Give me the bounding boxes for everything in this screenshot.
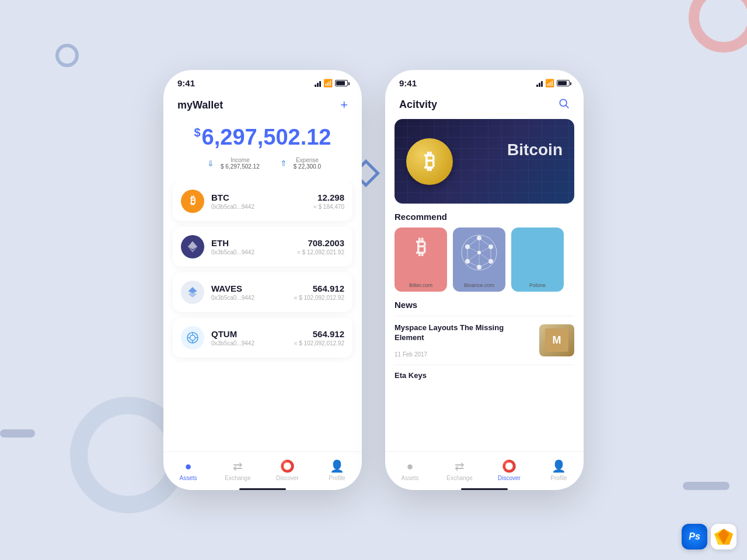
battery-icon	[335, 80, 348, 86]
svg-line-23	[467, 261, 479, 267]
network-graph-icon	[459, 232, 500, 273]
exchange-label: Exchange	[225, 475, 250, 481]
waves-name: WAVES	[211, 284, 294, 293]
waves-address: 0x3b5ca0...9442	[211, 295, 294, 301]
svg-line-11	[566, 106, 569, 108]
nav-item-discover-2[interactable]: ⭕ Discover	[492, 459, 527, 481]
phones-container: 9:41 📶 myWallet + $6,297,502.12	[163, 70, 584, 490]
svg-line-27	[479, 247, 491, 253]
svg-point-10	[560, 99, 567, 106]
recommend-card-bitcoin[interactable]: ₿ Bitter.com	[395, 228, 447, 292]
expense-label: Expense	[294, 157, 321, 163]
recommend-card-binance[interactable]: Binance.com	[453, 228, 505, 292]
nav-item-discover[interactable]: ⭕ Discover	[270, 459, 305, 481]
nav-item-exchange-2[interactable]: ⇄ Exchange	[442, 459, 477, 481]
svg-line-25	[467, 238, 479, 247]
coin-item-btc[interactable]: ₿ BTC 0x3b5ca0...9442 12.298 ≈ $ 184,470	[173, 181, 352, 221]
news-item-1[interactable]: Myspace Layouts The Missing Element 11 F…	[395, 316, 574, 365]
add-button[interactable]: +	[340, 97, 348, 113]
wallet-title: myWallet	[177, 99, 223, 111]
nav-item-profile-2[interactable]: 👤 Profile	[542, 459, 577, 481]
wallet-phone: 9:41 📶 myWallet + $6,297,502.12	[163, 70, 362, 490]
wifi-icon-2: 📶	[545, 79, 554, 88]
svg-point-5	[190, 335, 196, 340]
status-time-activity: 9:41	[399, 78, 417, 88]
btc-info: BTC 0x3b5ca0...9442	[211, 192, 313, 210]
news-item-2[interactable]: Eta Keys	[395, 365, 574, 386]
bg-decoration-rect-left	[0, 429, 35, 438]
assets-icon-2: ●	[406, 460, 413, 473]
svg-text:M: M	[553, 334, 561, 346]
status-icons-wallet: 📶	[315, 79, 348, 88]
discover-label-2: Discover	[498, 475, 521, 481]
waves-amount: 564.912	[294, 284, 344, 293]
activity-phone: 9:41 📶 Acitvity	[385, 70, 584, 490]
activity-content: ₿ Bitcoin Recommend ₿ Bitter.com	[385, 119, 584, 452]
sketch-badge	[711, 524, 736, 550]
coin-item-qtum[interactable]: QTUM 0x3b5ca0...9442 564.912 ≈ $ 102,092…	[173, 318, 352, 358]
nav-item-exchange[interactable]: ⇄ Exchange	[221, 459, 256, 481]
search-button[interactable]	[558, 97, 570, 112]
bitcoin-card-label: Bitter.com	[409, 282, 432, 288]
qtum-address: 0x3b5ca0...9442	[211, 340, 294, 346]
coin-item-eth[interactable]: ETH 0x3b5ca0...9442 708.2003 ≈ $ 12,092,…	[173, 227, 352, 267]
recommend-title: Recommend	[395, 212, 574, 222]
nav-item-profile[interactable]: 👤 Profile	[320, 459, 355, 481]
balance-stats: ⇓ Income $ 6,297,502.12 ⇑ Expense $ 22,3…	[177, 157, 348, 170]
svg-marker-2	[189, 287, 197, 293]
svg-line-20	[479, 238, 491, 247]
svg-line-28	[479, 253, 491, 261]
news-title-1: Myspace Layouts The Missing Element	[395, 323, 532, 343]
discover-icon-2: ⭕	[502, 459, 516, 473]
recommend-card-polone[interactable]: Polone	[511, 228, 564, 292]
qtum-icon	[181, 326, 204, 349]
exchange-icon-2: ⇄	[455, 459, 465, 473]
tool-badges: Ps	[682, 524, 736, 550]
waves-values: 564.912 ≈ $ 102,092,012.92	[294, 284, 344, 301]
btc-icon: ₿	[181, 190, 204, 213]
recommend-row: ₿ Bitter.com	[395, 228, 574, 292]
nav-indicator-activity	[461, 488, 508, 490]
income-icon: ⇓	[204, 159, 217, 168]
status-bar-wallet: 9:41 📶	[163, 70, 362, 93]
btc-name: BTC	[211, 192, 313, 202]
qtum-info: QTUM 0x3b5ca0...9442	[211, 329, 294, 346]
signal-icon-2	[536, 80, 543, 87]
ps-text: Ps	[689, 531, 700, 542]
eth-values: 708.2003 ≈ $ 12,092,021.92	[297, 238, 344, 256]
btc-amount: 12.298	[313, 192, 344, 202]
eth-name: ETH	[211, 238, 297, 248]
btc-address: 0x3b5ca0...9442	[211, 204, 313, 210]
news-title-2: Eta Keys	[395, 371, 574, 380]
expense-value: $ 22,300.0	[294, 163, 321, 170]
activity-header: Acitvity	[385, 93, 584, 119]
eth-amount: 708.2003	[297, 238, 344, 248]
coin-item-waves[interactable]: WAVES 0x3b5ca0...9442 564.912 ≈ $ 102,09…	[173, 272, 352, 312]
waves-info: WAVES 0x3b5ca0...9442	[211, 284, 294, 301]
btc-usd: ≈ $ 184,470	[313, 204, 344, 210]
news-thumb-1: M	[539, 324, 574, 356]
bg-decoration-circle-blue	[55, 44, 79, 67]
photoshop-badge: Ps	[682, 524, 707, 550]
income-value: $ 6,297,502.12	[221, 163, 260, 170]
news-date-1: 11 Feb 2017	[395, 351, 532, 358]
expense-stat: ⇑ Expense $ 22,300.0	[277, 157, 321, 170]
nav-item-assets-2[interactable]: ● Assets	[393, 460, 428, 481]
assets-label: Assets	[179, 475, 197, 481]
qtum-values: 564.912 ≈ $ 102,092,012.92	[294, 329, 344, 346]
sketch-icon	[714, 528, 733, 545]
bg-decoration-rect-right	[683, 482, 729, 490]
nav-item-assets[interactable]: ● Assets	[171, 460, 206, 481]
bottom-nav-wallet: ● Assets ⇄ Exchange ⭕ Discover 👤 Profile	[163, 452, 362, 485]
nav-indicator-wallet	[239, 488, 286, 490]
status-bar-activity: 9:41 📶	[385, 70, 584, 93]
status-time-wallet: 9:41	[177, 78, 195, 88]
hero-image[interactable]: ₿ Bitcoin	[395, 119, 574, 204]
news-text-1: Myspace Layouts The Missing Element 11 F…	[395, 323, 532, 358]
svg-line-22	[479, 261, 491, 267]
polone-card-label: Polone	[529, 282, 546, 288]
discover-icon: ⭕	[280, 459, 295, 473]
profile-icon: 👤	[330, 459, 344, 473]
svg-line-30	[467, 253, 479, 261]
eth-info: ETH 0x3b5ca0...9442	[211, 238, 297, 256]
